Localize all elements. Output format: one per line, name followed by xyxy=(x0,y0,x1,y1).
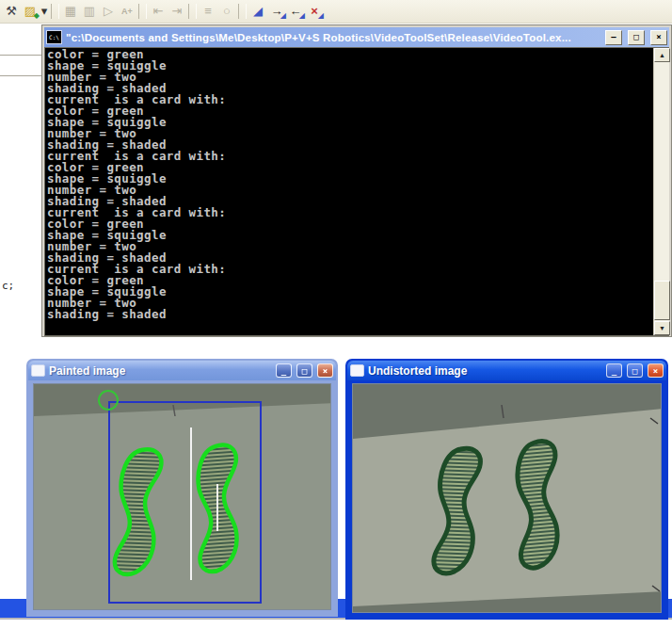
console-icon: C:\ xyxy=(46,30,62,44)
undistorted-maximize-button[interactable]: □ xyxy=(627,363,643,378)
console-titlebar[interactable]: C:\ "c:\Documents and Settings\Me\Deskto… xyxy=(44,27,669,47)
editor-divider xyxy=(0,75,41,76)
card-surface xyxy=(353,409,662,606)
copy-page-icon[interactable]: ▥ xyxy=(80,2,99,21)
ide-toolbar: ⚒ ▨ ◆ ▾ ▦ ▥ ▷ A+ xyxy=(0,0,672,24)
scrollbar-down-arrow-icon[interactable]: ▼ xyxy=(654,321,670,335)
toolbar-separator xyxy=(138,4,147,19)
debug-go-icon[interactable]: ◢ xyxy=(248,2,267,21)
step-into-icon[interactable]: → ◢ xyxy=(267,2,286,21)
build-tools-icon[interactable]: ⚒ xyxy=(2,2,21,21)
undistorted-image-window: Undistorted image _ □ × xyxy=(345,359,668,620)
indent-increase-icon[interactable]: ⇥ xyxy=(168,2,186,21)
editor-divider xyxy=(0,55,41,56)
toolbar-icon-glyph: ⇥ xyxy=(168,2,186,21)
toolbar-icon-glyph: A+ xyxy=(118,2,136,21)
toolbar-icon-glyph: ▾ xyxy=(40,2,49,21)
desktop-screen: ⚒ ▨ ◆ ▾ ▦ ▥ ▷ A+ xyxy=(0,0,672,629)
painted-window-titlebar[interactable]: Painted image _ □ × xyxy=(28,361,336,380)
class-wizard-icon[interactable]: ▨ ◆ xyxy=(21,2,40,21)
painted-maximize-button[interactable]: □ xyxy=(296,363,312,378)
toolbar-icon-glyph: ○ xyxy=(217,2,236,21)
toolbar-icon-glyph: ≡ xyxy=(199,2,217,21)
undistorted-minimize-button[interactable]: _ xyxy=(606,363,622,378)
console-output-area: color = green shape = squiggle number = … xyxy=(44,47,669,336)
toolbar-icon-glyph: ▷ xyxy=(99,2,118,21)
painted-image-canvas xyxy=(34,384,331,610)
toolbar-separator xyxy=(238,4,247,19)
console-window-title: "c:\Documents and Settings\Me\Desktop\P+… xyxy=(66,32,600,43)
painted-window-title: Painted image xyxy=(49,364,271,378)
toolbar-separator xyxy=(188,4,197,19)
console-output-text: color = green shape = squiggle number = … xyxy=(45,48,669,320)
painted-image-window: Painted image _ □ × xyxy=(26,359,338,617)
console-minimize-button[interactable]: – xyxy=(605,30,622,45)
remove-breakpoint-icon[interactable]: × ◢ xyxy=(305,2,324,21)
line-spacing-icon[interactable]: ≡ xyxy=(199,2,217,21)
lasso-icon[interactable]: ○ xyxy=(217,2,236,21)
scrollbar-thumb[interactable] xyxy=(654,281,670,320)
console-scrollbar[interactable]: ▲ ▼ xyxy=(653,48,669,335)
toolbar-icon-glyph: ◢ xyxy=(248,2,267,21)
toolbar-separator xyxy=(51,4,59,19)
console-close-button[interactable]: × xyxy=(650,30,667,45)
wizard-dropdown-arrow-icon[interactable]: ▾ xyxy=(40,2,49,21)
undistorted-image-canvas xyxy=(353,384,662,613)
undistorted-window-title: Undistorted image xyxy=(368,364,601,378)
select-pointer-icon[interactable]: ▷ xyxy=(99,2,118,21)
dialog-editor-icon[interactable]: ▦ xyxy=(61,2,80,21)
indent-decrease-icon[interactable]: ⇤ xyxy=(149,2,168,21)
card-surface xyxy=(34,403,331,610)
editor-code-fragment: c; xyxy=(2,280,14,292)
painted-image-view xyxy=(33,383,331,610)
window-icon xyxy=(350,364,364,377)
toolbar-icon-glyph: ⇤ xyxy=(149,2,168,21)
toolbar-icon-glyph: ▦ xyxy=(61,2,80,21)
step-out-icon[interactable]: ← ◢ xyxy=(286,2,305,21)
undistorted-image-view xyxy=(352,383,662,613)
toolbar-icon-glyph: ⚒ xyxy=(2,2,21,21)
painted-close-button[interactable]: × xyxy=(317,363,333,378)
console-window: C:\ "c:\Documents and Settings\Me\Deskto… xyxy=(41,24,672,337)
window-icon xyxy=(31,364,45,377)
undistorted-close-button[interactable]: × xyxy=(648,363,664,378)
scrollbar-up-arrow-icon[interactable]: ▲ xyxy=(654,48,670,62)
console-maximize-button[interactable]: □ xyxy=(628,30,645,45)
toolbar-icon-overlay: ◢ xyxy=(318,12,324,20)
undistorted-window-titlebar[interactable]: Undistorted image _ □ × xyxy=(347,361,666,380)
font-resize-icon[interactable]: A+ xyxy=(118,2,136,21)
painted-minimize-button[interactable]: _ xyxy=(276,363,292,378)
toolbar-icon-glyph: ▥ xyxy=(80,2,99,21)
